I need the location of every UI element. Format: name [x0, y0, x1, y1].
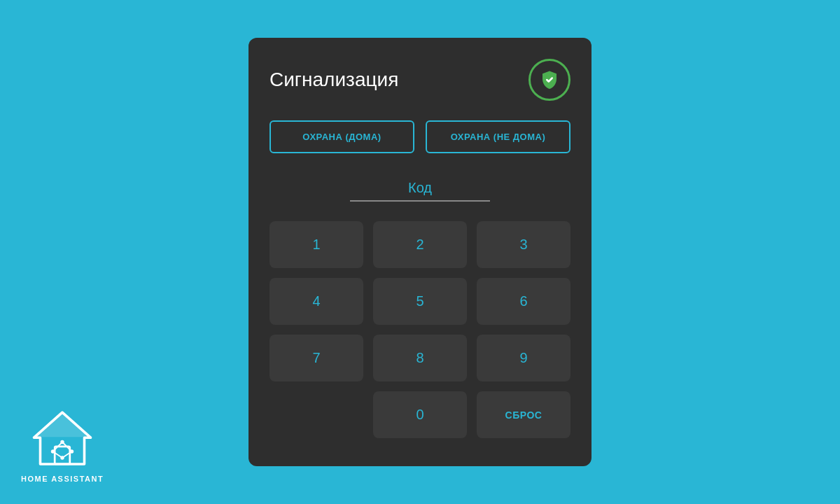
shield-check-icon	[539, 69, 560, 90]
mode-buttons: ОХРАНА (ДОМА) ОХРАНА (НЕ ДОМА)	[270, 120, 570, 153]
key-0[interactable]: 0	[373, 391, 467, 438]
keypad-spacer	[270, 391, 363, 438]
key-reset[interactable]: СБРОС	[477, 391, 570, 438]
svg-marker-1	[35, 414, 89, 437]
key-3[interactable]: 3	[477, 221, 570, 268]
svg-rect-2	[55, 447, 70, 464]
key-6[interactable]: 6	[477, 278, 570, 325]
ha-logo-text: HOME ASSISTANT	[21, 475, 104, 483]
alarm-panel: Сигнализация ОХРАНА (ДОМА) ОХРАНА (НЕ ДО…	[248, 38, 592, 466]
arm-home-button[interactable]: ОХРАНА (ДОМА)	[270, 120, 414, 153]
arm-away-button[interactable]: ОХРАНА (НЕ ДОМА)	[426, 120, 570, 153]
key-5[interactable]: 5	[373, 278, 467, 325]
key-4[interactable]: 4	[270, 278, 363, 325]
key-8[interactable]: 8	[373, 335, 467, 382]
code-input[interactable]	[350, 176, 490, 202]
status-badge	[528, 59, 570, 101]
panel-header: Сигнализация	[270, 59, 570, 101]
key-7[interactable]: 7	[270, 335, 363, 382]
panel-title: Сигнализация	[270, 69, 398, 91]
keypad: 1 2 3 4 5 6 7 8 9 0 СБРОС	[270, 221, 570, 438]
key-1[interactable]: 1	[270, 221, 363, 268]
ha-logo-icon	[31, 407, 94, 470]
code-input-wrapper	[270, 176, 570, 202]
key-2[interactable]: 2	[373, 221, 467, 268]
ha-logo: HOME ASSISTANT	[21, 407, 104, 483]
key-9[interactable]: 9	[477, 335, 570, 382]
